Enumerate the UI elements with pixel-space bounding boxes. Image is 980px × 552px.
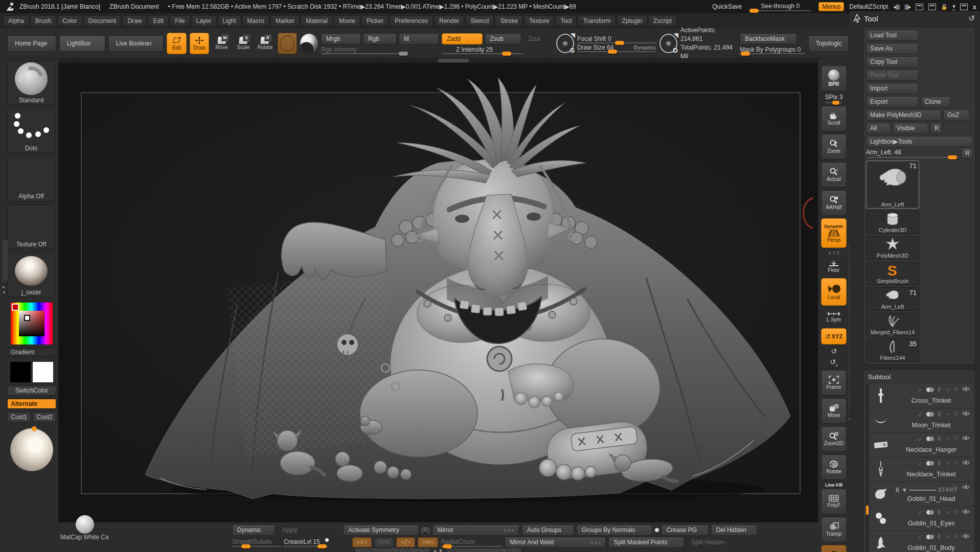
tool-thumb-fibers144[interactable]: 35Fibers144 [866,338,919,362]
scroll-button[interactable]: Scroll [821,106,847,131]
xyz-rotation-button[interactable]: ↺XYZ [821,328,847,344]
lock-icon[interactable] [941,4,947,10]
frame-button[interactable]: Frame [821,370,847,396]
auto-groups-button[interactable]: Auto Groups [522,524,574,536]
uv-icon[interactable] [938,436,943,441]
sym-z-button[interactable]: >Z< [396,537,415,547]
displacement-icon[interactable]: ◑ [946,460,950,466]
export-button[interactable]: Export [866,96,919,107]
zsub-button[interactable]: Zsub [485,33,521,44]
spix-slider[interactable]: SPix 3 [825,94,843,103]
subtool-scrollbar[interactable] [866,384,869,552]
light-placement-sphere[interactable] [10,428,53,471]
lsym-button[interactable]: L.Sym [822,308,846,326]
hue-selector[interactable] [12,304,19,311]
floor-button[interactable]: Floor [822,258,846,275]
switch-color-button[interactable]: SwitchColor [7,385,56,396]
close-icon[interactable]: x [973,3,976,11]
paint-brush-icon[interactable]: ✎ [953,509,959,515]
m-button[interactable]: M [399,33,439,44]
rotate3d-button[interactable]: Rotate [821,454,847,480]
floor-axes-label[interactable]: X Y Z [828,250,839,256]
subtool-row-necklace-hanger[interactable]: ↙◑✎Necklace_Hanger [870,433,973,457]
live-boolean-button[interactable]: Live Boolean [108,35,164,52]
displacement-icon[interactable]: ◑ [946,386,950,393]
sym-m-button[interactable]: >M< [418,537,438,547]
cust1-button[interactable]: Cust1 [7,412,31,422]
secondary-color-swatch[interactable] [33,362,53,382]
displacement-icon[interactable]: ◑ [946,509,950,515]
menu-item-layer[interactable]: Layer [191,15,217,27]
cust2-button[interactable]: Cust2 [33,412,56,422]
zadd-button[interactable]: Zadd [442,33,483,44]
mirror-and-weld-button[interactable]: Mirror And Weld x y z [505,537,606,548]
uv-icon[interactable] [938,461,943,466]
window-snap-left-icon[interactable] [916,4,923,10]
current-alpha-button[interactable]: Alpha Off [7,156,55,201]
smooth-subdiv-slider[interactable]: SmoothSubdiv [232,538,281,546]
main-color-swatch[interactable] [10,362,31,382]
divider-arrows-icon[interactable]: ▲▼ [432,548,444,552]
menu-item-color[interactable]: Color [57,15,82,27]
minimize-icon[interactable]: ▾ [952,3,955,10]
gradient-button[interactable]: Gradient [7,348,56,357]
menu-item-movie[interactable]: Movie [334,15,360,27]
groups-by-normals-button[interactable]: Groups By Normals [577,524,652,536]
paint-brush-icon[interactable]: ✎ [953,386,959,393]
flatten-arrow-icon[interactable]: ↙ [918,509,923,515]
polypaint-icon[interactable] [926,436,934,441]
local-button[interactable]: Local [821,278,847,306]
active-tool-slider[interactable]: Arm_Left. 48 R [866,149,973,158]
visibility-eye-icon[interactable] [962,509,970,515]
displacement-icon[interactable]: ◑ [946,411,950,417]
menu-item-file[interactable]: File [170,15,190,27]
visibility-eye-icon[interactable] [962,485,970,491]
menu-item-stroke[interactable]: Stroke [495,15,523,27]
zcut-button[interactable]: Zcut [523,33,553,44]
window-snap-right-icon[interactable] [928,4,936,10]
menu-item-transform[interactable]: Transform [578,15,616,27]
canvas-divider-handle[interactable]: ▲▼ [355,548,521,552]
tool-thumb-merged-fibers14[interactable]: Merged_Fibers14 [866,313,919,336]
mirror-button[interactable]: Mirror x y z [432,524,519,536]
displacement-icon[interactable]: ◑ [946,435,950,442]
menu-item-zplugin[interactable]: Zplugin [617,15,647,27]
clone-button[interactable]: Clone [921,96,950,107]
material-preview-button[interactable] [300,34,318,53]
saturation-value-square[interactable] [19,311,44,336]
menu-item-document[interactable]: Document [83,15,122,27]
polypaint-icon[interactable] [926,387,934,392]
polypaint-icon[interactable] [926,535,934,539]
persp-button[interactable]: Dynamic Persp [821,218,847,248]
flatten-arrow-icon[interactable]: ↙ [918,411,923,417]
matcap-preview[interactable]: MatCap White Ca [60,515,173,541]
make-polymesh3d-button[interactable]: Make PolyMesh3D [866,109,941,121]
mask-by-polygroups-slider[interactable]: Mask By Polygroups 0 [740,46,805,53]
ghost-button[interactable]: Ghost [821,545,847,552]
radial-count-slider[interactable]: RadialCount [441,538,502,546]
visibility-eye-icon[interactable] [962,435,970,442]
apply-button[interactable]: Apply [278,525,313,535]
goz-button[interactable]: GoZ [943,109,970,121]
menu-item-edit[interactable]: Edit [148,15,169,27]
light-position-dot[interactable] [32,426,37,431]
move3d-button[interactable]: Move [821,398,847,424]
del-hidden-button[interactable]: Del Hidden [711,524,757,536]
menu-item-preferences[interactable]: Preferences [390,15,433,27]
restore-configuration-icon[interactable]: ↺ [968,14,975,23]
menu-item-picker[interactable]: Picker [361,15,389,27]
flatten-arrow-icon[interactable]: ↙ [918,386,923,393]
sculpt-model[interactable] [58,58,818,522]
flatten-arrow-icon[interactable]: ↙ [918,534,923,540]
focal-shift-slider[interactable]: Focal Shift 0 [577,35,656,42]
rotate-button[interactable]: R Rotate [256,33,274,54]
draw-size-slider[interactable]: Draw Size 64 Dynamic [577,44,656,51]
subtool-row-goblin-01-head[interactable]: 6▼START✎Goblin_01_Head [870,482,973,507]
sculptris-brush-icon[interactable]: ⊕S◥ [556,34,574,53]
topological-button[interactable]: Topologic [808,35,849,52]
sym-x-button[interactable]: >X< [352,537,372,547]
draw-button[interactable]: Draw [190,33,209,54]
lightbox-tools-button[interactable]: Lightbox▶Tools [866,136,973,147]
rgb-intensity-slider[interactable]: Rgb Intensity [321,46,408,53]
paste-tool-button[interactable]: Paste Tool [866,70,919,81]
